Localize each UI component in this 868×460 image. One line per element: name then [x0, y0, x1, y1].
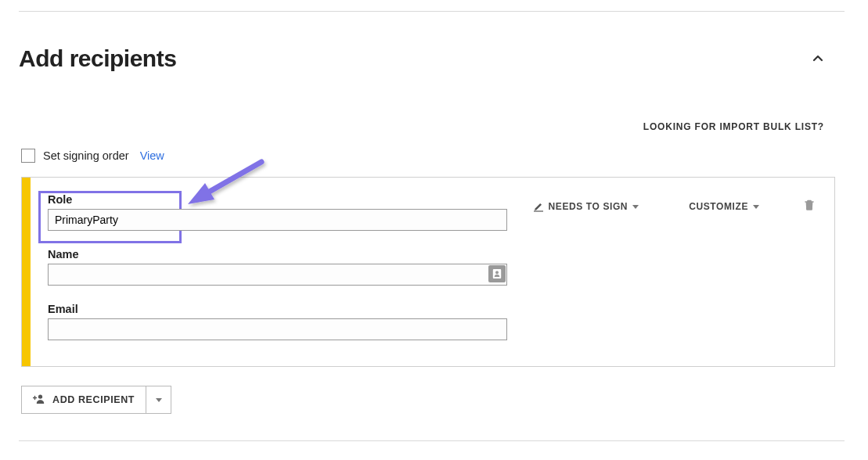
customize-dropdown[interactable]: CUSTOMIZE	[684, 201, 759, 212]
signing-order-checkbox[interactable]	[21, 149, 35, 163]
email-input[interactable]	[48, 318, 507, 340]
role-field-group: Role	[48, 193, 507, 231]
page-title: Add recipients	[19, 45, 176, 72]
customize-label: CUSTOMIZE	[689, 201, 748, 212]
pen-icon	[533, 201, 544, 212]
dropdown-caret-icon	[156, 398, 162, 402]
name-input[interactable]	[48, 264, 507, 286]
view-signing-order-link[interactable]: View	[140, 149, 164, 162]
signing-order-label: Set signing order	[43, 149, 129, 162]
add-recipient-dropdown[interactable]	[146, 386, 171, 414]
trash-icon	[803, 199, 816, 211]
recipient-accent-bar	[22, 178, 31, 366]
import-bulk-list-link[interactable]: LOOKING FOR IMPORT BULK LIST?	[643, 121, 824, 132]
role-input[interactable]	[48, 209, 507, 231]
section-header: Add recipients	[19, 45, 845, 72]
add-recipient-label: ADD RECIPIENT	[52, 394, 135, 405]
bottom-divider	[19, 440, 845, 441]
svg-rect-3	[806, 202, 812, 210]
role-label: Role	[48, 193, 507, 206]
page-root: Add recipients LOOKING FOR IMPORT BULK L…	[0, 0, 868, 460]
needs-to-sign-label: NEEDS TO SIGN	[549, 201, 628, 212]
recipient-actions: NEEDS TO SIGN CUSTOMIZE	[533, 199, 834, 214]
dropdown-caret-icon	[753, 205, 759, 209]
dropdown-caret-icon	[632, 205, 639, 209]
email-label: Email	[48, 303, 507, 315]
svg-point-1	[495, 271, 499, 274]
collapse-toggle[interactable]	[807, 48, 829, 70]
chevron-up-icon	[812, 52, 824, 65]
delete-recipient-button[interactable]	[803, 199, 816, 214]
address-book-icon	[492, 268, 502, 279]
address-book-button[interactable]	[488, 265, 506, 282]
signing-order-row: Set signing order View	[21, 149, 164, 163]
svg-point-4	[38, 394, 42, 398]
needs-to-sign-dropdown[interactable]: NEEDS TO SIGN	[533, 201, 639, 212]
top-divider	[19, 11, 845, 12]
name-label: Name	[48, 248, 507, 261]
email-field-group: Email	[48, 303, 507, 340]
add-recipient-button[interactable]: ADD RECIPIENT	[21, 386, 146, 414]
name-field-group: Name	[48, 248, 507, 286]
add-recipient-row: ADD RECIPIENT	[21, 386, 171, 414]
add-person-icon	[33, 394, 45, 407]
recipient-card: Role Name Email NEEDS TO SIGN	[21, 177, 835, 367]
